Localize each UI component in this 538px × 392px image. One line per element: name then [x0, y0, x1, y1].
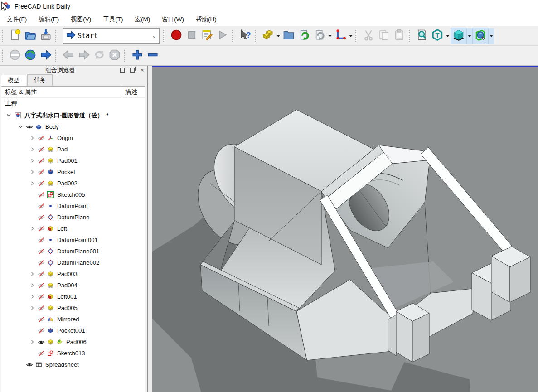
menu-edit[interactable]: 编辑(E)	[33, 13, 65, 26]
tree-collapsed-chevron-icon[interactable]	[28, 270, 37, 278]
tree-item-pad005[interactable]: Pad005	[1, 302, 145, 314]
model-tree: 标签 & 属性 描述 工程 八字式出水口-圆形管道（砼）*BodyOriginP…	[1, 86, 145, 392]
tree-collapsed-chevron-icon[interactable]	[28, 338, 37, 346]
dock-restore-button[interactable]	[119, 67, 126, 73]
tree-item-pad001[interactable]: Pad001	[1, 155, 145, 166]
home-globe-button[interactable]	[23, 48, 38, 63]
visibility-hidden-icon	[37, 315, 46, 324]
menu-window[interactable]: 窗口(W)	[156, 13, 190, 26]
visibility-hidden-icon	[37, 225, 46, 233]
tree-item-datumplane002[interactable]: DatumPlane002	[1, 257, 145, 268]
toolbar-grip[interactable]	[255, 30, 259, 42]
chevron-down-icon: ⌄	[152, 33, 156, 39]
make-link-dropdown-arrow[interactable]	[276, 28, 281, 44]
tree-item-mirrored[interactable]: Mirrored	[1, 314, 145, 325]
workbench-selector[interactable]: Start ⌄	[63, 28, 160, 44]
dock-close-button[interactable]: ×	[139, 67, 145, 73]
tree-item-pocket[interactable]: Pocket	[1, 166, 145, 178]
open-browser-arrow-icon	[40, 49, 52, 63]
draw-style-hexagon-t-dropdown-arrow[interactable]	[445, 28, 451, 44]
save-document-button[interactable]	[38, 28, 53, 44]
tree-item-pad006[interactable]: Pad006	[1, 336, 145, 348]
tree-item-loft001[interactable]: Loft001	[1, 291, 145, 302]
zoom-in-plus-button[interactable]	[130, 48, 145, 63]
import-links-button[interactable]	[296, 28, 312, 44]
new-document-button[interactable]	[7, 28, 23, 44]
tree-none-chevron-icon	[28, 236, 37, 244]
tree-expanded-chevron-icon[interactable]	[16, 123, 25, 131]
macro-play-icon	[217, 29, 228, 43]
tab-tasks[interactable]: 任务	[27, 74, 53, 86]
transform-axis-button[interactable]	[333, 28, 348, 44]
tree-collapsed-chevron-icon[interactable]	[28, 145, 37, 154]
transform-axis-icon	[334, 29, 346, 43]
link-group-folder-icon	[283, 29, 295, 43]
tree-item-label: Pad006	[66, 339, 87, 345]
tree-item-datumpoint001[interactable]: DatumPoint001	[1, 234, 145, 246]
toolbar-grip[interactable]	[232, 30, 236, 42]
tip-tag-icon	[55, 338, 64, 346]
tree-collapsed-chevron-icon[interactable]	[28, 157, 37, 165]
toolbar-grip[interactable]	[409, 30, 413, 42]
tree-expanded-chevron-icon[interactable]	[4, 111, 13, 120]
export-link-dropdown-arrow[interactable]	[327, 28, 333, 44]
toolbar-grip[interactable]	[55, 30, 59, 42]
document-search-button[interactable]	[414, 28, 430, 44]
tree-collapsed-chevron-icon[interactable]	[28, 304, 37, 312]
tree-item-sketch013[interactable]: Sketch013	[1, 348, 145, 359]
tree-item-spreadsheet[interactable]: Spreadsheet	[1, 359, 145, 370]
tree-item-pocket001[interactable]: Pocket001	[1, 325, 145, 336]
toolbar-grip[interactable]	[2, 30, 6, 42]
isometric-cube-button[interactable]	[451, 28, 467, 44]
macro-record-button[interactable]	[169, 28, 184, 44]
whats-this-button[interactable]: ?	[237, 28, 253, 44]
toolbar-grip[interactable]	[355, 30, 359, 42]
tree-item-body[interactable]: Body	[1, 121, 145, 132]
link-group-folder-button[interactable]	[281, 28, 296, 44]
zoom-out-minus-button[interactable]	[145, 48, 160, 63]
toolbar-grip[interactable]	[55, 50, 59, 62]
tree-item-pad003[interactable]: Pad003	[1, 268, 145, 280]
tree-item-sketch005[interactable]: Sketch005	[1, 189, 145, 200]
tree-collapsed-chevron-icon[interactable]	[28, 225, 37, 233]
tree-item-datumplane[interactable]: DatumPlane	[1, 212, 145, 223]
tree-item-pad004[interactable]: Pad004	[1, 280, 145, 291]
toolbar-grip[interactable]	[2, 50, 6, 62]
menu-tools[interactable]: 工具(T)	[97, 13, 129, 26]
tab-model[interactable]: 模型	[1, 75, 26, 86]
draw-style-hexagon-t-button[interactable]: T	[430, 28, 445, 44]
tree-item-datumplane001[interactable]: DatumPlane001	[1, 246, 145, 257]
tree-collapsed-chevron-icon[interactable]	[28, 293, 37, 301]
tree-item-label: DatumPlane	[57, 214, 90, 221]
tree-collapsed-chevron-icon[interactable]	[28, 168, 37, 176]
tree-collapsed-chevron-icon[interactable]	[28, 281, 37, 290]
navigation-style-sphere-dropdown-arrow[interactable]	[489, 28, 494, 44]
export-link-button[interactable]	[312, 28, 327, 44]
macro-edit-button[interactable]	[199, 28, 215, 44]
tree-item-datumpoint[interactable]: DatumPoint	[1, 200, 145, 212]
tree-item-origin[interactable]: Origin	[1, 132, 145, 144]
make-link-button[interactable]	[260, 28, 276, 44]
menu-bar: 文件(F) 编辑(E) 视图(V) 工具(T) 宏(M) 窗口(W) 帮助(H)	[0, 13, 538, 26]
toolbar-grip[interactable]	[124, 50, 128, 62]
sketch-icon	[46, 349, 55, 358]
3d-viewport[interactable]	[152, 66, 538, 392]
open-browser-arrow-button[interactable]	[38, 48, 53, 63]
tree-item--[interactable]: 八字式出水口-圆形管道（砼）*	[1, 110, 145, 121]
tree-item-label: Pad005	[57, 305, 78, 311]
menu-macro[interactable]: 宏(M)	[129, 13, 156, 26]
tree-item-pad[interactable]: Pad	[1, 144, 145, 155]
tree-item-loft[interactable]: Loft	[1, 223, 145, 234]
transform-axis-dropdown-arrow[interactable]	[348, 28, 354, 44]
menu-file[interactable]: 文件(F)	[1, 13, 33, 26]
toolbar-grip[interactable]	[163, 30, 167, 42]
menu-help[interactable]: 帮助(H)	[190, 13, 223, 26]
tree-item-pad002[interactable]: Pad002	[1, 178, 145, 189]
tree-collapsed-chevron-icon[interactable]	[28, 134, 37, 142]
dock-float-button[interactable]	[129, 67, 136, 73]
isometric-cube-dropdown-arrow[interactable]	[467, 28, 472, 44]
tree-collapsed-chevron-icon[interactable]	[28, 179, 37, 188]
navigation-style-sphere-button[interactable]	[472, 28, 489, 44]
open-document-button[interactable]	[23, 28, 38, 44]
menu-view[interactable]: 视图(V)	[65, 13, 97, 26]
